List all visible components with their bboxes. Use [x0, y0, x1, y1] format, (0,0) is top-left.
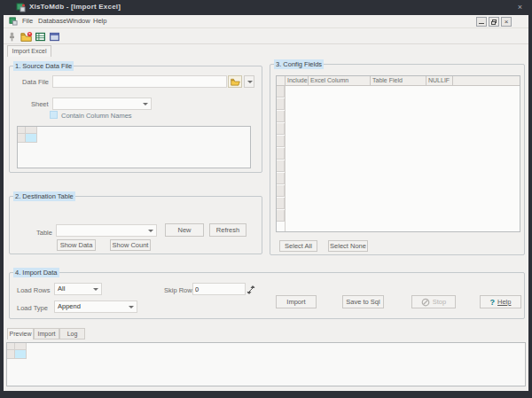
help-question-icon: ? — [490, 298, 496, 307]
toolbar: * — [4, 29, 528, 44]
row-header-cell[interactable] — [277, 210, 285, 222]
row-header-cell[interactable] — [277, 123, 285, 135]
stop-slash-icon — [421, 298, 430, 307]
row-header-cell[interactable] — [277, 136, 285, 147]
window-title: XlsToMdb - [Import Excel] — [29, 3, 121, 11]
load-rows-combobox[interactable]: All — [54, 283, 102, 295]
tab-import[interactable]: Import — [34, 328, 59, 339]
load-rows-label: Load Rows — [17, 286, 51, 294]
window-icon — [49, 31, 60, 43]
menu-help[interactable]: Help — [93, 17, 106, 25]
open-database-button[interactable]: * — [20, 30, 33, 43]
bottom-panel: Preview Import Log — [4, 328, 528, 391]
source-preview-grid[interactable] — [17, 126, 251, 168]
row-header-cell[interactable] — [277, 148, 285, 160]
menu-window[interactable]: Window — [66, 17, 90, 25]
data-file-input[interactable] — [52, 75, 227, 88]
grid-corner-cell[interactable] — [18, 127, 26, 134]
file-dropdown-button[interactable] — [244, 75, 254, 88]
new-table-button[interactable]: New — [165, 223, 204, 237]
import-group-title: 4. Import Data — [13, 268, 59, 277]
config-fields-grid[interactable]: Include Excel Column Table Field NULLIF — [276, 75, 520, 232]
grid-row-header-cell[interactable] — [18, 134, 26, 143]
show-window-button[interactable] — [48, 30, 61, 43]
import-excel-button[interactable] — [34, 30, 47, 43]
tab-preview[interactable]: Preview — [7, 328, 34, 339]
app-logo-icon — [16, 3, 26, 12]
import-data-group: 4. Import Data Load Rows All Skip Rows L… — [9, 272, 525, 319]
client-area: File Database Window Help × — [4, 15, 528, 391]
config-fields-group: 3. Config Fields Include Excel Column Ta… — [270, 64, 525, 255]
window-close-icon[interactable]: × — [514, 2, 526, 13]
source-data-file-group: 1. Source Data File Data File Sheet Cont… — [9, 66, 262, 173]
help-label: Help — [497, 298, 511, 306]
select-all-button[interactable]: Select All — [279, 240, 317, 252]
row-header-cell[interactable] — [277, 185, 285, 197]
skip-rows-input[interactable] — [192, 283, 246, 295]
table-label: Table — [36, 229, 52, 237]
select-none-button[interactable]: Select None — [328, 240, 368, 252]
row-header-cell[interactable] — [277, 98, 285, 110]
refresh-button[interactable]: Refresh — [209, 223, 246, 237]
stop-label: Stop — [433, 298, 446, 306]
table-combobox[interactable] — [56, 224, 157, 237]
load-type-value: Append — [58, 302, 81, 310]
import-excel-icon — [35, 31, 46, 43]
grid-selected-cell[interactable] — [26, 134, 37, 143]
config-col-rowheader — [277, 76, 286, 85]
config-col-extra — [453, 76, 520, 85]
destination-table-group: 2. Destination Table Table New Refresh S… — [9, 196, 262, 254]
preview-grid[interactable] — [6, 342, 526, 386]
mdi-close-button[interactable]: × — [501, 17, 512, 27]
mdi-restore-button[interactable] — [489, 17, 499, 27]
config-col-excel-column[interactable]: Excel Column — [309, 76, 371, 85]
grid-corner-cell[interactable] — [7, 343, 15, 350]
grid-column-header-cell[interactable] — [15, 343, 27, 350]
grid-row-header-cell[interactable] — [7, 350, 15, 359]
tab-strip: Import Excel — [4, 45, 528, 57]
tab-import-excel[interactable]: Import Excel — [7, 45, 51, 57]
config-col-nullif[interactable]: NULLIF — [426, 76, 453, 85]
tab-log[interactable]: Log — [59, 328, 85, 339]
skip-rows-spinner[interactable] — [246, 283, 258, 295]
chevron-down-icon — [129, 306, 134, 308]
config-col-table-field[interactable]: Table Field — [371, 76, 426, 85]
row-header-cell[interactable] — [277, 86, 285, 98]
help-button[interactable]: ? Help — [480, 295, 521, 308]
mdi-minimize-button[interactable] — [476, 17, 487, 27]
grid-column-header-cell[interactable] — [26, 127, 37, 134]
title-bar: XlsToMdb - [Import Excel] × — [0, 0, 532, 15]
load-rows-value: All — [58, 285, 65, 293]
browse-file-button[interactable] — [228, 75, 242, 88]
spin-up-down-icon — [246, 285, 256, 295]
grid-selected-cell[interactable] — [15, 350, 27, 359]
stop-button: Stop — [411, 295, 456, 308]
connect-icon — [6, 31, 18, 43]
open-database-icon: * — [20, 31, 33, 43]
sheet-label: Sheet — [31, 100, 49, 108]
config-group-title: 3. Config Fields — [274, 59, 324, 69]
menu-bar: File Database Window Help × — [4, 15, 528, 28]
row-header-cell[interactable] — [277, 198, 285, 209]
config-grid-row-headers — [277, 86, 286, 231]
show-data-button[interactable]: Show Data — [57, 239, 96, 251]
import-button[interactable]: Import — [276, 295, 317, 308]
mdi-child-icon — [9, 17, 18, 26]
destination-group-title: 2. Destination Table — [13, 191, 75, 201]
menu-file[interactable]: File — [22, 17, 33, 25]
chevron-down-icon — [93, 288, 98, 291]
minimize-icon — [479, 23, 484, 24]
row-header-cell[interactable] — [277, 173, 285, 184]
contain-column-names-checkbox[interactable] — [50, 111, 58, 119]
save-to-sql-button[interactable]: Save to Sql — [342, 295, 384, 308]
row-header-cell[interactable] — [277, 111, 285, 122]
menu-database[interactable]: Database — [38, 17, 66, 25]
open-folder-icon — [231, 77, 240, 86]
show-count-button[interactable]: Show Count — [110, 239, 151, 251]
load-type-combobox[interactable]: Append — [54, 300, 137, 313]
sheet-combobox[interactable] — [52, 98, 152, 110]
app-window: XlsToMdb - [Import Excel] × File Databas… — [0, 0, 532, 398]
row-header-cell[interactable] — [277, 160, 285, 172]
config-col-include[interactable]: Include — [286, 76, 309, 85]
connect-button[interactable] — [5, 30, 19, 43]
